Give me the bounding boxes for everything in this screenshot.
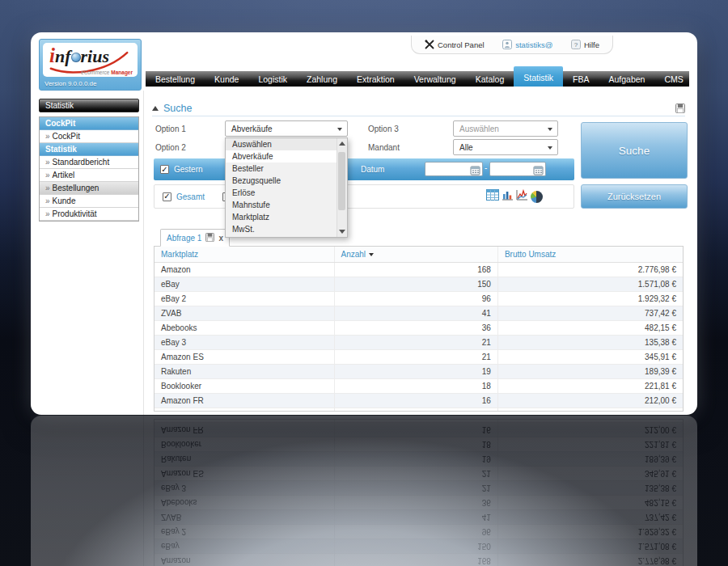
nav-tab-extraktion[interactable]: Extraktion	[347, 71, 404, 87]
save-search-icon[interactable]	[675, 103, 685, 113]
table-row[interactable]: eBay1501.571,08 €	[154, 277, 683, 292]
cell-brutto-umsatz: 737,42 €	[497, 306, 683, 321]
gestern-checkbox[interactable]: ✓	[160, 165, 169, 174]
column-header-brutto-umsatz[interactable]: Brutto Umsatz	[497, 247, 683, 263]
cell-anzahl: 36	[334, 321, 497, 336]
window-reflection: infrius eCommerce Manager Version 9.0.0.…	[31, 416, 697, 566]
account-button[interactable]: statistiks@	[502, 40, 552, 49]
content-area: Suche Option 1 Abverkäufe Option 3 Auswä…	[146, 95, 692, 415]
reset-button[interactable]: Zurücksetzen	[581, 184, 688, 209]
cell-brutto-umsatz: 403,19 €	[497, 408, 683, 412]
help-button[interactable]: ? Hilfe	[571, 40, 599, 49]
scrollbar-thumb[interactable]	[338, 152, 345, 210]
table-row[interactable]: Booklooker18221,81 €	[154, 379, 683, 394]
option2-label: Option 2	[155, 143, 186, 152]
nav-tab-statistik[interactable]: Statistik	[514, 66, 563, 87]
search-button[interactable]: Suche	[581, 122, 688, 179]
nav-tab-zahlung[interactable]: Zahlung	[297, 71, 347, 87]
dropdown-option-ausw-hlen[interactable]: Auswählen	[226, 138, 347, 150]
dropdown-option-plz[interactable]: PLZ	[226, 235, 347, 238]
dropdown-option-mwst-[interactable]: MwSt.	[226, 223, 347, 235]
sidebar-item-produktivit-t[interactable]: »Produktivität	[40, 208, 138, 221]
cell-brutto-umsatz: 1.571,08 €	[497, 277, 683, 292]
scroll-down-icon[interactable]	[339, 230, 345, 234]
tab-close-icon[interactable]: x	[218, 234, 223, 243]
scroll-up-icon[interactable]	[339, 142, 345, 146]
collapse-icon[interactable]	[152, 106, 159, 111]
nav-tab-fba[interactable]: FBA	[563, 71, 599, 87]
dropdown-option-abverk-ufe[interactable]: Abverkäufe	[226, 150, 347, 163]
table-row[interactable]: Amazon ES21345,91 €	[154, 350, 683, 365]
nav-tab-bestellung[interactable]: Bestellung	[146, 71, 205, 87]
nav-tab-katalog[interactable]: Katalog	[466, 71, 514, 87]
sidebar-item-artikel[interactable]: »Artikel	[40, 169, 138, 182]
table-view-icon[interactable]	[486, 189, 499, 204]
cell-marktplatz: Booklooker	[154, 379, 334, 394]
sidebar-item-cockpit[interactable]: »CockPit	[40, 130, 138, 143]
table-header-row: MarktplatzAnzahlBrutto Umsatz	[154, 247, 683, 263]
tab-save-icon[interactable]	[205, 230, 214, 245]
column-header-marktplatz[interactable]: Marktplatz	[154, 247, 334, 263]
brand-text: infrius	[49, 44, 109, 67]
results-table: MarktplatzAnzahlBrutto Umsatz Amazon1682…	[154, 247, 683, 412]
version-label: Version 9.0.0.0.de	[44, 80, 97, 87]
dropdown-option-bezugsquelle[interactable]: Bezugsquelle	[226, 175, 347, 187]
table-row[interactable]: Hitmeister12403,19 €	[154, 408, 683, 412]
cell-brutto-umsatz: 482,15 €	[497, 321, 683, 336]
cell-marktplatz: eBay 3	[154, 336, 334, 350]
date-filter-bar: ✓ Gestern Datum -	[154, 158, 574, 180]
table-row[interactable]: eBay 321135,38 €	[154, 336, 683, 350]
column-header-anzahl[interactable]: Anzahl	[334, 247, 497, 263]
mandant-label: Mandant	[368, 143, 400, 152]
date-from-input[interactable]	[425, 162, 483, 176]
cell-brutto-umsatz: 135,38 €	[497, 336, 683, 350]
cell-anzahl: 96	[334, 292, 497, 306]
line-chart-view-icon[interactable]	[516, 189, 528, 204]
table-row[interactable]: Amazon FR16212,00 €	[154, 394, 683, 408]
table-row[interactable]: eBay 2961.929,32 €	[154, 292, 683, 306]
calendar-icon[interactable]	[470, 164, 480, 179]
globe-icon	[71, 53, 81, 62]
results-table-container: MarktplatzAnzahlBrutto Umsatz Amazon1682…	[154, 246, 684, 412]
dropdown-option-marktplatz[interactable]: Marktplatz	[226, 211, 347, 223]
brand-logo: infrius eCommerce Manager Version 9.0.0.…	[39, 39, 142, 91]
search-section-header: Suche	[152, 100, 685, 116]
sidebar-section-cockpit: CockPit	[40, 117, 138, 130]
date-to-input[interactable]	[489, 162, 546, 176]
cell-brutto-umsatz: 189,39 €	[497, 365, 683, 379]
gesamt-checkbox[interactable]: ✓	[163, 192, 171, 201]
chevron-down-icon	[337, 128, 342, 131]
cell-brutto-umsatz: 2.776,98 €	[497, 263, 683, 277]
sidebar-item-bestellungen[interactable]: »Bestellungen	[40, 182, 138, 195]
dropdown-option-mahnstufe[interactable]: Mahnstufe	[226, 199, 347, 211]
nav-tab-kunde[interactable]: Kunde	[205, 71, 248, 87]
cell-marktplatz: eBay	[154, 277, 334, 292]
option1-select[interactable]: Abverkäufe	[225, 120, 348, 137]
nav-tab-cms[interactable]: CMS	[654, 71, 692, 87]
calendar-icon[interactable]	[533, 164, 544, 179]
nav-tab-verwaltung[interactable]: Verwaltung	[404, 71, 466, 87]
cell-brutto-umsatz: 345,91 €	[497, 350, 683, 365]
sidebar-item-standardbericht[interactable]: »Standardbericht	[40, 156, 138, 169]
table-row[interactable]: Rakuten19189,39 €	[154, 365, 683, 379]
table-row[interactable]: Abebooks36482,15 €	[154, 321, 683, 336]
main-nav: BestellungKundeLogistikZahlungExtraktion…	[146, 71, 689, 87]
table-row[interactable]: Amazon1682.776,98 €	[154, 263, 683, 277]
cell-brutto-umsatz: 221,81 €	[497, 379, 683, 394]
option3-select[interactable]: Auswählen	[453, 120, 558, 137]
nav-tab-aufgaben[interactable]: Aufgaben	[599, 71, 654, 87]
bar-chart-view-icon[interactable]	[502, 189, 514, 204]
control-panel-button[interactable]: Control Panel	[425, 40, 485, 49]
table-row[interactable]: ZVAB41737,42 €	[154, 306, 683, 321]
pie-chart-view-icon[interactable]	[531, 191, 543, 203]
cell-anzahl: 18	[334, 379, 497, 394]
totals-filter-row: ✓ Gesamt Ta	[154, 184, 574, 209]
cell-marktplatz: Rakuten	[154, 365, 334, 379]
cell-marktplatz: ZVAB	[154, 306, 334, 321]
nav-tab-logistik[interactable]: Logistik	[248, 71, 297, 87]
mandant-select[interactable]: Alle	[453, 139, 558, 155]
dropdown-option-besteller[interactable]: Besteller	[226, 163, 347, 175]
query-tab[interactable]: Abfrage 1 x	[160, 229, 230, 247]
dropdown-option-erl-se[interactable]: Erlöse	[226, 187, 347, 199]
sidebar-item-kunde[interactable]: »Kunde	[40, 195, 138, 208]
